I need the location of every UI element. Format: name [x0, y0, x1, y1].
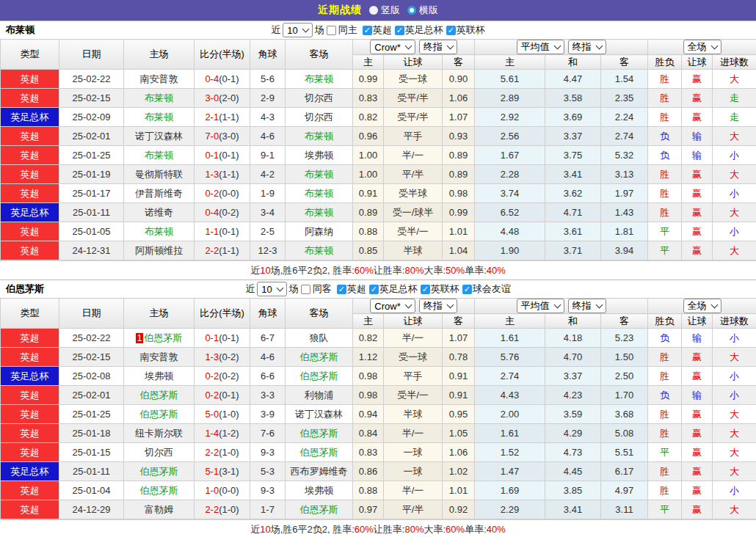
league-type-badge: 英超: [1, 405, 59, 424]
average-stage-value: 终指: [573, 299, 592, 313]
away-team-name: 布莱顿: [305, 245, 333, 256]
avg-away-cell: 1.81: [601, 222, 648, 241]
handicap-result-cell: 输: [682, 386, 713, 405]
odds-stage-select[interactable]: 终指: [419, 299, 457, 313]
odds-away-cell: 0.99: [443, 203, 475, 222]
section-header-bar: 布莱顿 近 10 场 同主 ✓英超✓英足总杯✓英联杯: [0, 21, 756, 39]
fulltime-score: 2-2: [205, 245, 219, 256]
corner-cell: 4-6: [250, 127, 286, 146]
halftime-score: (0-1): [219, 226, 239, 237]
average-select[interactable]: 平均值: [517, 40, 564, 54]
col-goals: 进球数: [713, 55, 756, 70]
layout-vertical-option[interactable]: 竖版: [369, 4, 400, 17]
odds-home-cell: 0.86: [353, 462, 384, 481]
summary-segment: 近: [250, 523, 260, 536]
fulltime-score: 5-0: [205, 409, 219, 420]
average-stage-select[interactable]: 终指: [568, 40, 606, 54]
avg-home-cell: 1.67: [475, 146, 545, 165]
fulltime-score: 3-0: [205, 92, 219, 103]
avg-draw-cell: 3.37: [545, 127, 601, 146]
odds-home-cell: 0.94: [353, 405, 384, 424]
col-home: 主场: [124, 299, 195, 329]
odds-away-cell: 0.91: [443, 367, 475, 386]
radio-checked-icon[interactable]: [407, 6, 416, 15]
avg-away-cell: 5.51: [601, 443, 648, 462]
avg-away-cell: 2.35: [601, 89, 648, 108]
corner-cell: 4-6: [250, 348, 286, 367]
date-cell: 25-02-09: [59, 108, 124, 127]
odds-away-cell: 1.01: [443, 222, 475, 241]
home-team-name: 诺维奇: [145, 207, 173, 218]
odds-stage-select[interactable]: 终指: [419, 40, 457, 54]
bookmaker-select[interactable]: Crow*: [370, 299, 415, 313]
league-filter[interactable]: ✓英足总杯: [395, 23, 443, 37]
checked-checkbox-icon[interactable]: ✓: [363, 26, 372, 35]
league-filter[interactable]: ✓英联杯: [446, 23, 485, 37]
team-section-bournemouth: 伯恩茅斯 近 10 场 同客 ✓英超✓英足总杯✓英联杯✓球会友谊 类型 日期 主…: [0, 280, 756, 537]
league-filter[interactable]: ✓球会友谊: [462, 282, 511, 296]
away-team-name: 布莱顿: [305, 207, 333, 218]
winloss-result-cell: 负: [648, 329, 682, 348]
league-type-badge: 英超: [1, 424, 59, 443]
score-cell: 1-4(1-2): [195, 424, 250, 443]
checked-checkbox-icon[interactable]: ✓: [395, 26, 404, 35]
checked-checkbox-icon[interactable]: ✓: [337, 285, 346, 294]
odds-home-cell: 0.97: [353, 500, 384, 519]
league-type-badge: 英超: [1, 481, 59, 500]
same-venue-checkbox[interactable]: [327, 26, 336, 35]
near-label: 近: [245, 282, 255, 296]
league-checkboxes: ✓英超✓英足总杯✓英联杯✓球会友谊: [334, 282, 511, 296]
avg-away-cell: 2.24: [601, 108, 648, 127]
match-count-select[interactable]: 10: [283, 23, 312, 37]
handicap-result-cell: 赢: [682, 500, 713, 519]
col-handicap-result: 让球: [682, 314, 713, 329]
radio-unchecked-icon[interactable]: [369, 6, 378, 15]
home-team-cell: 布莱顿: [124, 222, 195, 241]
winloss-result-cell: 平: [648, 222, 682, 241]
col-avg-home: 主: [475, 314, 545, 329]
odds-handicap-cell: 受平/半: [384, 89, 443, 108]
match-row: 英超25-02-15南安普敦1-3(0-2)4-6伯恩茅斯1.12受一球0.78…: [1, 348, 756, 367]
col-avg-away: 客: [601, 314, 648, 329]
away-team-cell: 切尔西: [286, 108, 353, 127]
league-type-badge: 英超: [1, 386, 59, 405]
fulltime-score: 1-3: [205, 169, 219, 180]
odds-away-cell: 0.93: [443, 127, 475, 146]
league-type-badge: 英超: [1, 127, 59, 146]
checked-checkbox-icon[interactable]: ✓: [369, 285, 379, 294]
filter-bar: 近 10 场 同主 ✓英超✓英足总杯✓英联杯: [271, 23, 484, 37]
league-filter[interactable]: ✓英超: [337, 282, 366, 296]
home-team-cell: 诺维奇: [124, 203, 195, 222]
league-filter[interactable]: ✓英足总杯: [369, 282, 418, 296]
odds-handicap-cell: 一球: [384, 443, 443, 462]
odds-handicap-cell: 半/一: [384, 329, 443, 348]
fulltime-score: 0-1: [205, 332, 219, 343]
league-filter[interactable]: ✓英联杯: [421, 282, 459, 296]
layout-horizontal-option[interactable]: 横版: [407, 4, 438, 17]
date-cell: 25-02-15: [59, 348, 124, 367]
halftime-score: (2-0): [219, 92, 239, 103]
odds-handicap-cell: 受平/半: [384, 108, 443, 127]
checked-checkbox-icon[interactable]: ✓: [421, 285, 430, 294]
match-count-select[interactable]: 10: [257, 282, 286, 296]
avg-draw-cell: 4.71: [545, 203, 601, 222]
match-row: 英超25-01-15切尔西2-2(1-0)9-3伯恩茅斯0.83一球1.061.…: [1, 443, 756, 462]
checked-checkbox-icon[interactable]: ✓: [462, 285, 472, 294]
bookmaker-select[interactable]: Crow*: [370, 40, 415, 54]
period-select[interactable]: 全场: [683, 40, 722, 54]
same-venue-checkbox[interactable]: [301, 285, 310, 294]
average-select[interactable]: 平均值: [517, 299, 564, 313]
corner-cell: 9-1: [250, 146, 286, 165]
match-row: 英足总杯25-01-11伯恩茅斯5-1(3-1)5-3西布罗姆维奇0.86一球1…: [1, 462, 756, 481]
league-filter[interactable]: ✓英超: [363, 23, 392, 37]
away-team-cell: 诺丁汉森林: [286, 405, 353, 424]
checked-checkbox-icon[interactable]: ✓: [446, 26, 456, 35]
away-team-name: 伯恩茅斯: [300, 447, 338, 458]
average-stage-select[interactable]: 终指: [568, 299, 606, 313]
period-select[interactable]: 全场: [683, 299, 722, 313]
winloss-result-cell: 胜: [648, 424, 682, 443]
score-cell: 2-1(1-1): [195, 108, 250, 127]
home-team-cell: 布莱顿: [124, 89, 195, 108]
summary-segment: 60%: [446, 524, 465, 535]
avg-home-cell: 1.52: [475, 443, 545, 462]
